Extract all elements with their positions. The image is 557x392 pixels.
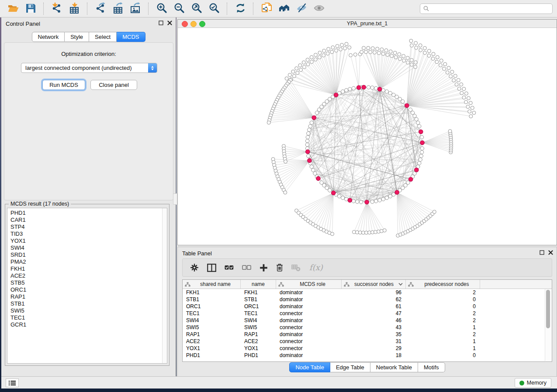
import-table-icon (69, 2, 80, 15)
criterion-select[interactable]: largest connected component (undirected) (21, 63, 157, 73)
copy-network-button[interactable] (259, 2, 274, 16)
mcds-node-item[interactable]: STB1 (7, 300, 167, 307)
float-table-panel-icon[interactable] (540, 250, 544, 255)
mcds-node-item[interactable]: PHD1 (7, 210, 167, 217)
clear-selection-button[interactable] (242, 265, 251, 270)
tab-network-table[interactable]: Network Table (370, 362, 418, 372)
toolbar-separator (253, 3, 254, 15)
table-scrollbar[interactable] (545, 289, 551, 361)
toolbar-icon-groups (4, 2, 328, 16)
table-row[interactable]: RAP1RAP1dominator352 (183, 331, 552, 338)
memory-button[interactable]: Memory (515, 378, 551, 388)
refresh-button[interactable] (232, 2, 248, 16)
mcds-node-item[interactable]: TID3 (7, 230, 167, 237)
table-row[interactable]: SWI4SWI4dominator462 (183, 317, 552, 324)
panels-menu-button[interactable] (6, 378, 19, 387)
zoom-in-button[interactable] (154, 2, 170, 16)
search-input[interactable] (432, 5, 549, 12)
zoom-out-button[interactable] (171, 2, 187, 16)
run-mcds-button[interactable]: Run MCDS (42, 80, 85, 90)
delete-column-icon (276, 263, 283, 272)
import-table-button[interactable] (66, 2, 82, 16)
cell: 1 (406, 324, 480, 331)
svg-text:f(x): f(x) (309, 263, 323, 272)
network-canvas[interactable] (178, 28, 557, 245)
search-box[interactable] (420, 3, 553, 14)
table-row[interactable]: FKH1FKH1dominator962 (183, 289, 552, 296)
table-row[interactable]: YOX1YOX1connector291 (183, 345, 552, 352)
mcds-node-item[interactable]: SRD1 (7, 251, 167, 258)
table-row[interactable]: ORC1ORC1dominator610 (183, 303, 552, 310)
split-panel-button[interactable] (207, 264, 216, 272)
network-graph[interactable] (178, 28, 557, 245)
export-table-button[interactable] (110, 2, 126, 16)
window-zoom-light[interactable] (199, 21, 205, 27)
delete-table-button (291, 264, 301, 272)
mcds-node-item[interactable]: PMA2 (7, 258, 167, 265)
column-header-name[interactable]: name (241, 280, 276, 289)
tab-network[interactable]: Network (31, 32, 65, 42)
tab-select[interactable]: Select (89, 32, 117, 42)
mcds-node-item[interactable]: YOX1 (7, 237, 167, 244)
cell: dominator (276, 352, 342, 359)
mcds-node-item[interactable]: TEC1 (7, 314, 167, 321)
mcds-node-item[interactable]: SWI4 (7, 244, 167, 251)
column-header-shared-name[interactable]: shared name (183, 280, 241, 289)
zoom-fit-button[interactable] (189, 2, 204, 16)
toolbar-separator (43, 3, 44, 15)
column-header-MCDS-role[interactable]: MCDS role (276, 280, 342, 289)
mcds-node-item[interactable]: CAR1 (7, 217, 167, 224)
control-panel-title: Control Panel (6, 21, 40, 27)
tab-motifs[interactable]: Motifs (418, 362, 445, 372)
cell: dominator (276, 317, 342, 324)
close-panel-icon[interactable] (167, 21, 172, 25)
table-row[interactable]: TEC1TEC1connector472 (183, 310, 552, 317)
delete-column-button[interactable] (276, 263, 283, 272)
export-network-button[interactable] (93, 2, 108, 16)
import-network-button[interactable] (49, 2, 65, 16)
mcds-list-scrollbar[interactable] (162, 208, 167, 363)
table-row[interactable]: SWI5SWI5connector431 (183, 324, 552, 331)
table-row[interactable]: ACE2ACE2connector311 (183, 338, 552, 345)
tab-node-table[interactable]: Node Table (289, 362, 330, 372)
mcds-node-item[interactable]: RAP1 (7, 293, 167, 300)
zoom-out-icon (173, 2, 185, 15)
close-panel-button[interactable]: Close panel (90, 80, 137, 90)
window-close-light[interactable] (182, 21, 188, 27)
table-scrollbar-thumb[interactable] (546, 290, 550, 328)
window-minimize-light[interactable] (190, 21, 197, 27)
mcds-node-item[interactable]: SWI5 (7, 307, 167, 314)
first-neighbors-button[interactable] (276, 2, 292, 16)
mcds-node-item[interactable]: STP4 (7, 224, 167, 230)
table-row[interactable]: PHD1PHD1dominator180 (183, 352, 552, 359)
mcds-node-item[interactable]: STB5 (7, 279, 167, 286)
float-panel-icon[interactable] (159, 21, 163, 25)
cell: 46 (342, 317, 406, 324)
hide-selected-button[interactable] (294, 2, 309, 16)
select-all-rows-icon (225, 265, 234, 270)
cell: dominator (276, 296, 342, 303)
show-all-button[interactable] (311, 2, 327, 16)
cell: FKH1 (183, 289, 241, 296)
table-row[interactable]: STB1STB1dominator620 (183, 296, 552, 303)
tab-mcds[interactable]: MCDS (117, 32, 145, 42)
tab-style[interactable]: Style (65, 32, 89, 42)
close-table-panel-icon[interactable] (548, 250, 553, 255)
mcds-node-item[interactable]: ACE2 (7, 272, 167, 279)
table-settings-button[interactable] (190, 263, 199, 272)
select-all-rows-button[interactable] (225, 265, 234, 270)
add-column-button[interactable] (259, 264, 268, 272)
mcds-node-item[interactable]: FKH1 (7, 265, 167, 272)
open-file-button[interactable] (5, 2, 21, 16)
cell: 47 (342, 310, 406, 317)
column-header-successor-nodes[interactable]: successor nodes (342, 280, 406, 289)
zoom-selected-button[interactable] (206, 2, 222, 16)
cell: 61 (342, 303, 406, 310)
mcds-node-item[interactable]: GCR1 (7, 321, 167, 328)
save-session-button[interactable] (23, 2, 38, 16)
mcds-result-list[interactable]: PHD1CAR1STP4TID3YOX1SWI4SRD1PMA2FKH1ACE2… (7, 208, 167, 364)
tab-edge-table[interactable]: Edge Table (330, 362, 370, 372)
mcds-node-item[interactable]: ORC1 (7, 286, 167, 293)
export-image-button[interactable] (128, 2, 143, 16)
column-header-predecessor-nodes[interactable]: predecessor nodes (406, 280, 480, 289)
